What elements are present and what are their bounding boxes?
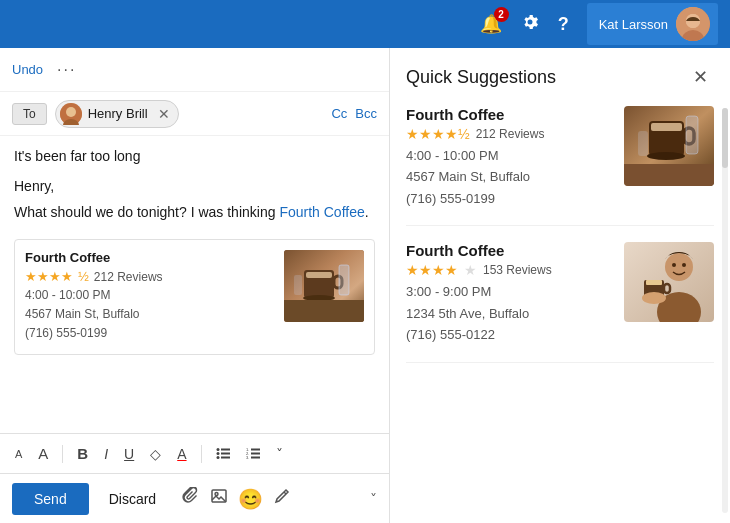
svg-rect-19 — [221, 452, 230, 454]
action-more-button[interactable]: ˅ — [370, 491, 377, 507]
svg-rect-15 — [294, 275, 302, 295]
emoji-button[interactable]: 😊 — [238, 487, 263, 511]
numbering-button[interactable]: 1. 2. 3. — [241, 443, 265, 465]
stars: ★★★★½ — [406, 126, 470, 142]
suggestion-stars-row: ★★★★★ 153 Reviews — [406, 262, 612, 278]
card-detail: 4:00 - 10:00 PM 4567 Main St, Buffalo (7… — [25, 286, 274, 344]
email-subject: It's been far too long — [14, 148, 375, 164]
reviews: 153 Reviews — [483, 263, 552, 277]
suggestion-image-person — [624, 242, 714, 322]
bold-button[interactable]: B — [72, 442, 93, 465]
svg-rect-32 — [651, 123, 682, 131]
suggestion-image — [624, 106, 714, 186]
to-field: To Henry Brill ✕ Cc Bcc — [0, 92, 389, 136]
user-profile[interactable]: Kat Larsson — [587, 3, 718, 45]
card-title: Fourth Coffee — [25, 250, 274, 265]
fourth-coffee-link[interactable]: Fourth Coffee — [279, 204, 364, 220]
draw-button[interactable] — [273, 487, 291, 510]
action-icons: 😊 — [182, 487, 291, 511]
suggestion-stars-row: ★★★★½ 212 Reviews — [406, 126, 612, 142]
card-stars: ★★★★ — [25, 269, 73, 284]
email-body[interactable]: It's been far too long Henry, What shoul… — [0, 136, 389, 433]
reviews: 212 Reviews — [476, 127, 545, 141]
suggestions-title: Quick Suggestions — [406, 67, 556, 88]
svg-rect-23 — [251, 448, 260, 450]
close-suggestions-button[interactable]: ✕ — [687, 64, 714, 90]
scrollbar-track[interactable] — [722, 108, 728, 513]
send-button[interactable]: Send — [12, 483, 89, 515]
username-label: Kat Larsson — [599, 17, 668, 32]
discard-button[interactable]: Discard — [99, 485, 166, 513]
suggestion-detail: 3:00 - 9:00 PM 1234 5th Ave, Buffalo (71… — [406, 281, 612, 345]
more-options-button[interactable]: ··· — [57, 61, 76, 79]
svg-point-16 — [216, 448, 219, 451]
settings-icon[interactable] — [520, 12, 540, 37]
header-icons: 🔔 2 ? — [480, 12, 569, 37]
svg-point-41 — [672, 263, 676, 267]
remove-recipient-button[interactable]: ✕ — [158, 106, 170, 122]
svg-rect-35 — [624, 164, 714, 186]
svg-point-39 — [665, 253, 693, 281]
cc-button[interactable]: Cc — [331, 106, 347, 121]
svg-point-42 — [682, 263, 686, 267]
svg-point-5 — [66, 107, 76, 117]
bcc-button[interactable]: Bcc — [355, 106, 377, 121]
format-more-button[interactable]: ˅ — [271, 443, 288, 465]
clear-format-button[interactable]: ◇ — [145, 443, 166, 465]
suggestion-item[interactable]: Fourth Coffee ★★★★★ 153 Reviews 3:00 - 9… — [406, 242, 714, 362]
email-toolbar-top: Undo ··· — [0, 48, 389, 92]
card-reviews: 212 Reviews — [94, 270, 163, 284]
recipient-avatar — [60, 103, 82, 125]
suggestions-header: Quick Suggestions ✕ — [406, 64, 714, 90]
svg-rect-25 — [251, 452, 260, 454]
scrollbar-thumb[interactable] — [722, 108, 728, 168]
card-info: Fourth Coffee ★★★★½ 212 Reviews 4:00 - 1… — [25, 250, 274, 344]
to-label: To — [12, 103, 47, 125]
attach-button[interactable] — [182, 487, 200, 510]
email-panel: Undo ··· To Henry Brill ✕ Cc Bcc — [0, 48, 390, 523]
italic-button[interactable]: I — [99, 443, 113, 465]
svg-rect-14 — [339, 265, 349, 295]
recipient-chip[interactable]: Henry Brill ✕ — [55, 100, 179, 128]
undo-button[interactable]: Undo — [12, 62, 43, 77]
increase-font-button[interactable]: A — [33, 442, 53, 465]
email-greeting: Henry, — [14, 178, 375, 194]
suggestion-info: Fourth Coffee ★★★★½ 212 Reviews 4:00 - 1… — [406, 106, 612, 209]
svg-point-46 — [642, 292, 666, 304]
suggestion-info: Fourth Coffee ★★★★★ 153 Reviews 3:00 - 9… — [406, 242, 612, 345]
action-bar: Send Discard 😊 — [0, 473, 389, 523]
notification-badge: 2 — [494, 7, 509, 22]
underline-button[interactable]: U — [119, 443, 139, 465]
avatar — [676, 7, 710, 41]
help-icon[interactable]: ? — [558, 14, 569, 35]
image-button[interactable] — [210, 487, 228, 510]
separator — [62, 445, 63, 463]
recipient-name: Henry Brill — [88, 106, 148, 121]
svg-rect-36 — [686, 116, 698, 154]
bullets-button[interactable] — [211, 443, 235, 465]
svg-point-29 — [215, 493, 218, 496]
embedded-venue-card: Fourth Coffee ★★★★½ 212 Reviews 4:00 - 1… — [14, 239, 375, 355]
app-header: 🔔 2 ? Kat Larsson — [0, 0, 730, 48]
suggestion-item[interactable]: Fourth Coffee ★★★★½ 212 Reviews 4:00 - 1… — [406, 106, 714, 226]
font-color-button[interactable]: A — [172, 443, 191, 465]
svg-rect-10 — [306, 272, 332, 278]
card-image — [284, 250, 364, 322]
svg-rect-17 — [221, 448, 230, 450]
email-body-text: What should we do tonight? I was thinkin… — [14, 202, 375, 223]
notification-bell[interactable]: 🔔 2 — [480, 13, 502, 35]
separator2 — [201, 445, 202, 463]
format-toolbar: A A B I U ◇ A 1. — [0, 433, 389, 473]
svg-rect-44 — [646, 280, 662, 285]
suggestion-detail: 4:00 - 10:00 PM 4567 Main St, Buffalo (7… — [406, 145, 612, 209]
suggestions-panel: Quick Suggestions ✕ Fourth Coffee ★★★★½ … — [390, 48, 730, 523]
main-container: Undo ··· To Henry Brill ✕ Cc Bcc — [0, 48, 730, 523]
svg-point-34 — [647, 152, 685, 160]
svg-rect-13 — [284, 300, 364, 322]
svg-rect-27 — [251, 456, 260, 458]
stars: ★★★★ — [406, 262, 458, 278]
suggestion-title: Fourth Coffee — [406, 106, 612, 123]
suggestion-title: Fourth Coffee — [406, 242, 612, 259]
decrease-font-button[interactable]: A — [10, 445, 27, 463]
svg-point-20 — [216, 456, 219, 459]
